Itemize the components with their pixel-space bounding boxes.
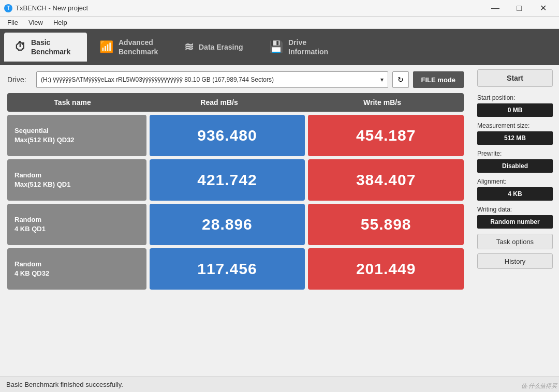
benchmark-table: Task name Read mB/s Write mB/s Sequentia… xyxy=(7,93,464,371)
writing-data-label: Writing data: xyxy=(477,206,553,213)
menu-view[interactable]: View xyxy=(23,18,48,27)
minimize-button[interactable]: — xyxy=(483,0,507,17)
header-write: Write mB/s xyxy=(301,98,464,107)
drive-label: Drive: xyxy=(7,76,32,84)
table-row: Random4 KB QD1 28.896 55.898 xyxy=(7,204,464,245)
start-position-value: 0 MB xyxy=(477,103,553,117)
title-bar-left: T TxBENCH - New project xyxy=(4,4,88,12)
tab-drive-information[interactable]: 💾 DriveInformation xyxy=(259,33,342,62)
prewrite-label: Prewrite: xyxy=(477,150,553,157)
tab-advanced-label: AdvancedBenchmark xyxy=(119,38,158,56)
writing-data-value: Random number xyxy=(477,215,553,229)
row1-name: RandomMax(512 KB) QD1 xyxy=(7,159,146,201)
left-panel: Drive: (H:) ÿÿÿÿÿÿSATMÿÿÿÿeLax rRL5W03ÿÿ… xyxy=(0,65,471,376)
watermark: 值·什么值得买 xyxy=(521,382,557,390)
row2-write: 55.898 xyxy=(308,204,464,245)
measurement-size-value: 512 MB xyxy=(477,131,553,145)
dropdown-arrow-icon: ▾ xyxy=(380,76,384,83)
file-mode-button[interactable]: FILE mode xyxy=(413,71,464,88)
basic-benchmark-icon: ⏱ xyxy=(14,40,26,54)
maximize-button[interactable]: □ xyxy=(507,0,531,17)
advanced-benchmark-icon: 📶 xyxy=(99,40,113,54)
table-row: SequentialMax(512 KB) QD32 936.480 454.1… xyxy=(7,115,464,156)
table-row: RandomMax(512 KB) QD1 421.742 384.407 xyxy=(7,159,464,201)
row2-read: 28.896 xyxy=(150,204,305,245)
drive-select[interactable]: (H:) ÿÿÿÿÿÿSATMÿÿÿÿeLax rRL5W03ÿÿÿÿÿÿÿÿÿ… xyxy=(36,71,388,88)
start-button[interactable]: Start xyxy=(477,69,553,87)
tab-erasing-label: Data Erasing xyxy=(199,42,243,52)
table-header: Task name Read mB/s Write mB/s xyxy=(7,93,464,112)
main-content: Drive: (H:) ÿÿÿÿÿÿSATMÿÿÿÿeLax rRL5W03ÿÿ… xyxy=(0,65,559,376)
alignment-label: Alignment: xyxy=(477,178,553,185)
task-options-button[interactable]: Task options xyxy=(477,234,553,249)
header-task-name: Task name xyxy=(7,98,138,107)
alignment-value: 4 KB xyxy=(477,187,553,201)
row3-write: 201.449 xyxy=(308,248,464,290)
tab-drive-label: DriveInformation xyxy=(288,38,328,56)
drive-row: Drive: (H:) ÿÿÿÿÿÿSATMÿÿÿÿeLax rRL5W03ÿÿ… xyxy=(7,70,464,89)
window-controls: — □ ✕ xyxy=(483,0,555,17)
tab-basic-label: BasicBenchmark xyxy=(31,38,70,56)
measurement-size-label: Measurement size: xyxy=(477,122,553,129)
tab-basic-benchmark[interactable]: ⏱ BasicBenchmark xyxy=(4,33,87,62)
history-button[interactable]: History xyxy=(477,253,553,269)
row3-name: Random4 KB QD32 xyxy=(7,248,146,290)
drive-refresh-button[interactable]: ↻ xyxy=(392,71,409,88)
data-erasing-icon: ≋ xyxy=(184,40,194,54)
tab-bar: ⏱ BasicBenchmark 📶 AdvancedBenchmark ≋ D… xyxy=(0,29,559,65)
prewrite-value: Disabled xyxy=(477,159,553,173)
close-button[interactable]: ✕ xyxy=(531,0,555,17)
row1-read: 421.742 xyxy=(150,159,305,201)
menu-help[interactable]: Help xyxy=(48,18,72,27)
menu-file[interactable]: File xyxy=(2,18,23,27)
start-position-label: Start position: xyxy=(477,94,553,101)
row0-name: SequentialMax(512 KB) QD32 xyxy=(7,115,146,156)
table-row: Random4 KB QD32 117.456 201.449 xyxy=(7,248,464,290)
row2-name: Random4 KB QD1 xyxy=(7,204,146,245)
app-icon: T xyxy=(4,4,12,12)
row0-write: 454.187 xyxy=(308,115,464,156)
tab-data-erasing[interactable]: ≋ Data Erasing xyxy=(174,33,257,62)
app-title: TxBENCH - New project xyxy=(16,4,88,12)
menu-bar: File View Help xyxy=(0,17,559,29)
right-panel: Start Start position: 0 MB Measurement s… xyxy=(471,65,559,376)
header-read: Read mB/s xyxy=(138,98,301,107)
status-text: Basic Benchmark finished successfully. xyxy=(6,381,123,388)
row1-write: 384.407 xyxy=(308,159,464,201)
title-bar: T TxBENCH - New project — □ ✕ xyxy=(0,0,559,17)
drive-select-value: (H:) ÿÿÿÿÿÿSATMÿÿÿÿeLax rRL5W03ÿÿÿÿÿÿÿÿÿ… xyxy=(41,76,274,83)
row0-read: 936.480 xyxy=(150,115,305,156)
row3-read: 117.456 xyxy=(150,248,305,290)
refresh-icon: ↻ xyxy=(398,76,404,84)
status-bar: Basic Benchmark finished successfully. xyxy=(0,376,559,392)
tab-advanced-benchmark[interactable]: 📶 AdvancedBenchmark xyxy=(89,33,172,62)
drive-info-icon: 💾 xyxy=(269,40,283,54)
